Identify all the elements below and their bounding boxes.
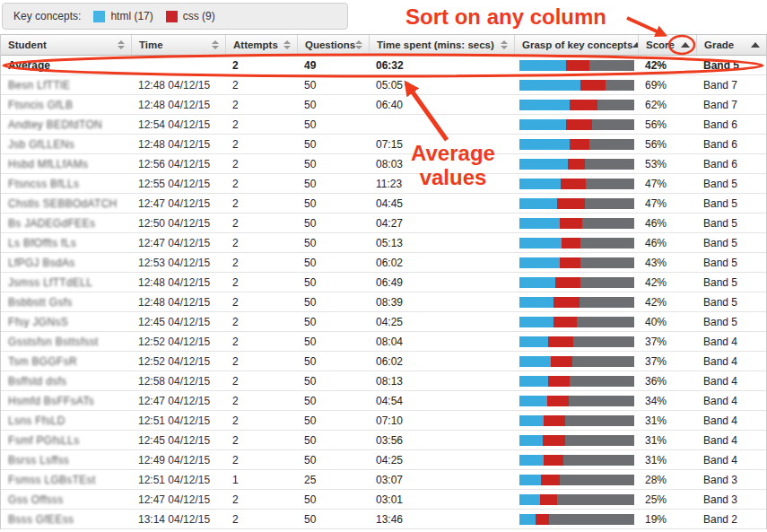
table-row[interactable]: Lsns FfsLD 12:51 04/12/15 2 50 07:10 31%…	[1, 411, 766, 431]
grasp-bar-remainder-segment	[582, 218, 634, 229]
grasp-bar-css-segment	[570, 100, 597, 110]
table-row[interactable]: Hsmfd BsFFsATs 12:47 04/12/15 2 50 04:54…	[1, 391, 766, 411]
col-header-grasp[interactable]: Grasp of key concepts	[514, 35, 638, 55]
questions-cell: 50	[297, 296, 369, 309]
table-row[interactable]: Jsmss LfTTdELL 12:48 04/12/15 2 50 06:49…	[1, 273, 766, 292]
time-cell: 12:50 04/12/15	[131, 217, 225, 230]
score-cell: 37%	[638, 336, 696, 348]
table-row[interactable]: Chstls SEBBOdATCH 12:47 04/12/15 2 50 04…	[1, 194, 766, 214]
col-header-student[interactable]: Student	[1, 35, 131, 55]
student-name: Fsmss LGBsTEst	[8, 474, 96, 486]
attempts-cell: 2	[225, 276, 297, 289]
grasp-bar-remainder-segment	[580, 297, 634, 308]
grasp-bar-html-segment	[519, 297, 553, 308]
grasp-bar-html-segment	[519, 179, 561, 189]
grasp-bar	[519, 100, 634, 110]
score-cell: 42%	[638, 276, 696, 289]
table-row[interactable]: Hsbd MfLLfAMs 12:56 04/12/15 2 50 08:03 …	[1, 154, 766, 174]
grade-cell: Band 4	[696, 414, 766, 427]
grasp-bar-css-segment	[566, 119, 591, 130]
table-row[interactable]: Average 2 49 06:32 42% Band 5	[1, 56, 766, 75]
attempts-cell: 2	[225, 217, 297, 230]
student-name: Bsbbstt Gsfs	[8, 296, 73, 309]
col-header-time[interactable]: Time	[131, 35, 225, 55]
table-row[interactable]: Besn LfTTlE 12:48 04/12/15 2 50 05:05 69…	[1, 75, 766, 95]
grasp-bar-remainder-segment	[597, 100, 634, 110]
time-spent-cell: 04:45	[369, 197, 514, 210]
table-row[interactable]: Ls BfOffts fLs 12:47 04/12/15 2 50 05:13…	[1, 233, 766, 253]
col-header-grade[interactable]: Grade	[696, 35, 766, 55]
grasp-bar-html-segment	[519, 277, 555, 288]
table-row[interactable]: Fsmf PGfsLLs 12:45 04/12/15 2 50 03:56 3…	[1, 431, 766, 450]
col-header-questions[interactable]: Questions	[297, 35, 369, 55]
table-row[interactable]: LfPGJ BsdAs 12:53 04/12/15 2 50 06:02 43…	[1, 253, 766, 273]
col-header-score[interactable]: Score	[638, 35, 696, 55]
time-cell: 12:53 04/12/15	[131, 257, 225, 269]
sort-both-icon[interactable]	[212, 40, 219, 49]
legend-item-html[interactable]: html (17)	[93, 10, 153, 22]
questions-cell: 50	[297, 138, 369, 151]
sort-asc-icon[interactable]	[681, 42, 690, 48]
questions-cell: 50	[297, 158, 369, 170]
grasp-bar-remainder-segment	[572, 356, 634, 367]
grade-cell: Band 7	[696, 79, 766, 92]
sort-annotation-text: Sort on any column	[405, 5, 606, 30]
student-name: Andtey BEDfdTON	[8, 118, 102, 131]
table-row[interactable]: Ftsncis GfLB 12:48 04/12/15 2 50 06:40 6…	[1, 95, 766, 115]
grasp-bar	[519, 80, 634, 91]
table-row[interactable]: Bs JADEGdFEEs 12:50 04/12/15 2 50 04:27 …	[1, 214, 766, 233]
table-row[interactable]: Ftsncss BfLLs 12:55 04/12/15 2 50 11:23 …	[1, 174, 766, 194]
table-row[interactable]: Andtey BEDfdTON 12:54 04/12/15 2 50 56% …	[1, 115, 766, 135]
table-row[interactable]: Bsbbstt Gsfs 12:48 04/12/15 2 50 08:39 4…	[1, 292, 766, 312]
questions-cell: 50	[297, 513, 369, 526]
sort-both-icon[interactable]	[501, 40, 508, 49]
table-row[interactable]: Bsrss Lsffss 12:49 04/12/15 2 50 04:25 3…	[1, 450, 766, 470]
time-spent-cell: 06:32	[369, 59, 514, 72]
sort-both-icon[interactable]	[355, 40, 362, 49]
table-header-row: Student Time Attempts Questions Time spe…	[1, 34, 766, 56]
table-row[interactable]: Bsss GfEEss 13:14 04/12/15 2 50 13:46 19…	[1, 510, 766, 529]
grasp-bar-html-segment	[519, 139, 570, 150]
grade-cell: Band 5	[696, 316, 766, 328]
attempts-cell: 2	[225, 257, 297, 269]
score-cell: 42%	[638, 296, 696, 309]
grasp-bar-html-segment	[519, 376, 548, 387]
score-cell: 56%	[638, 138, 696, 151]
grasp-bar-css-segment	[541, 475, 559, 485]
legend-item-html-label: html (17)	[110, 10, 153, 22]
student-name: Gss Offsss	[8, 493, 63, 506]
time-spent-cell: 07:15	[369, 138, 514, 151]
table-row[interactable]: Jsb GfLLENs 12:48 04/12/15 2 50 07:15 56…	[1, 135, 766, 154]
col-header-attempts[interactable]: Attempts	[225, 35, 297, 55]
key-concepts-legend: Key concepts: html (17) css (9)	[2, 3, 348, 30]
table-row[interactable]: Gss Offsss 12:47 04/12/15 2 50 03:01 25%…	[1, 490, 766, 510]
table-row[interactable]: Gsstsfsn Bsttsfsst 12:52 04/12/15 2 50 0…	[1, 332, 766, 352]
time-cell: 12:51 04/12/15	[131, 414, 225, 427]
sort-both-icon[interactable]	[283, 40, 291, 49]
legend-item-css[interactable]: css (9)	[166, 10, 215, 22]
col-header-time-spent[interactable]: Time spent (mins: secs)	[369, 35, 514, 55]
grasp-bar-html-segment	[519, 435, 543, 446]
table-row[interactable]: Tsm BGGFsR 12:52 04/12/15 2 50 06:02 37%…	[1, 352, 766, 371]
time-spent-cell: 08:13	[369, 375, 514, 388]
table-row[interactable]: Bsffstd dsfs 12:58 04/12/15 2 50 08:13 3…	[1, 371, 766, 391]
grasp-bar-css-segment	[544, 455, 563, 466]
table-row[interactable]: Fsmss LGBsTEst 12:51 04/12/15 1 25 03:07…	[1, 470, 766, 490]
grade-cell: Band 4	[696, 434, 766, 447]
time-cell: 12:48 04/12/15	[131, 99, 225, 111]
grasp-bar-css-segment	[543, 435, 566, 446]
score-cell: 53%	[638, 158, 696, 170]
attempts-cell: 2	[225, 375, 297, 388]
sort-both-icon[interactable]	[118, 40, 125, 49]
attempts-cell: 2	[225, 454, 297, 467]
score-cell: 47%	[638, 178, 696, 190]
grasp-bar-html-segment	[519, 257, 560, 268]
time-spent-cell: 06:02	[369, 355, 514, 368]
grasp-bar-remainder-segment	[585, 159, 634, 170]
attempts-cell: 2	[225, 138, 297, 151]
student-name: Bsss GfEEss	[8, 513, 74, 526]
table-row[interactable]: Ffsy JGNsS 12:45 04/12/15 2 50 04:25 40%…	[1, 312, 766, 332]
grasp-bar-remainder-segment	[606, 80, 634, 91]
col-header-attempts-label: Attempts	[233, 39, 278, 50]
sort-asc-icon[interactable]	[751, 42, 760, 48]
